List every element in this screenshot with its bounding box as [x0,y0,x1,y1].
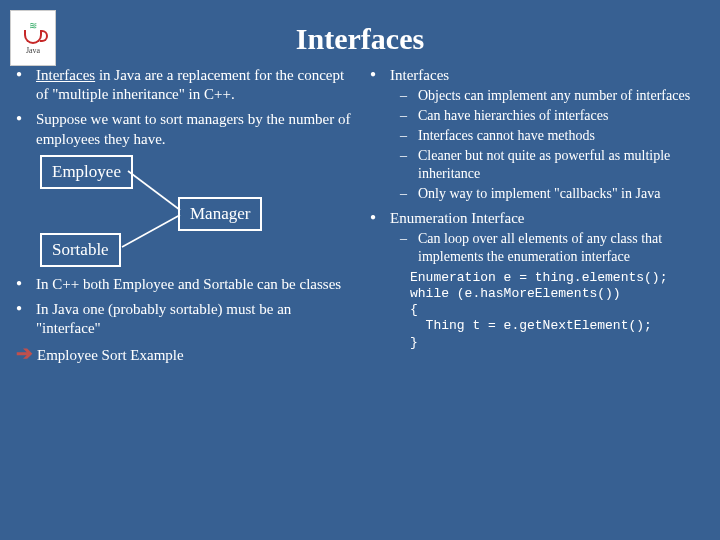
svg-line-1 [122,215,180,247]
iface-sub-1: Objects can implement any number of inte… [412,87,710,105]
svg-line-0 [128,171,180,210]
right-column: Interfaces Objects can implement any num… [364,66,710,366]
iface-sub-2: Can have hierarchies of interfaces [412,107,710,125]
example-label: Employee Sort Example [37,346,184,365]
code-block: Enumeration e = thing.elements(); while … [410,270,710,351]
right-heading-interfaces: Interfaces Objects can implement any num… [382,66,710,203]
slide-title: Interfaces [0,0,720,66]
example-link: ➔ Employee Sort Example [10,344,356,365]
left-bullet-3: In C++ both Employee and Sortable can be… [28,275,356,294]
logo-label: Java [26,46,40,55]
right-heading-enum: Enumeration Interface Can loop over all … [382,209,710,351]
left-column: Interfaces in Java are a replacement for… [10,66,356,366]
iface-sub-4: Cleaner but not quite as powerful as mul… [412,147,710,183]
left-bullet-4: In Java one (probably sortable) must be … [28,300,356,338]
iface-sub-3: Interfaces cannot have methods [412,127,710,145]
arrow-right-icon: ➔ [16,344,33,362]
iface-sub-5: Only way to implement "callbacks" in Jav… [412,185,710,203]
left-bullet-2: Suppose we want to sort managers by the … [28,110,356,148]
java-logo: ≋ Java [10,10,56,66]
enum-sub-1: Can loop over all elements of any class … [412,230,710,266]
left-bullet-1: Interfaces in Java are a replacement for… [28,66,356,104]
emph-interfaces: Interfaces [36,67,95,83]
class-diagram: Employee Manager Sortable [28,155,356,265]
diagram-lines [28,155,356,265]
